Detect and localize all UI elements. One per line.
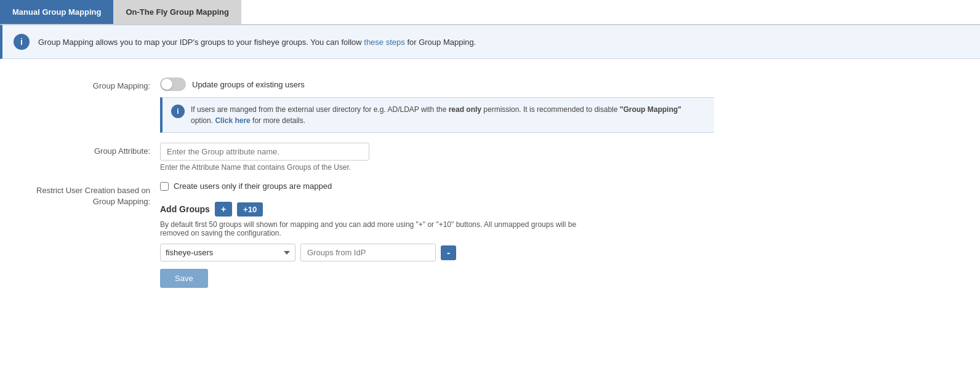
add-groups-title: Add Groups	[160, 204, 210, 214]
group-attribute-hint: Enter the Attribute Name that contains G…	[160, 163, 980, 172]
restrict-user-creation-content: Create users only if their groups are ma…	[160, 181, 980, 288]
info-icon: i	[14, 34, 30, 50]
group-attribute-content: Enter the Attribute Name that contains G…	[160, 143, 980, 172]
info-link[interactable]: these steps	[364, 38, 405, 47]
tab-otf[interactable]: On-The Fly Group Mapping	[113, 0, 241, 24]
sub-text-1: If users are manged from the external us…	[191, 105, 449, 114]
add-one-button[interactable]: +	[215, 202, 232, 217]
add-groups-section: Add Groups + +10 By default first 50 gro…	[160, 202, 980, 288]
info-text-before: Group Mapping allows you to map your IDP…	[38, 38, 364, 47]
info-text: Group Mapping allows you to map your IDP…	[38, 38, 476, 47]
info-banner: i Group Mapping allows you to map your I…	[0, 25, 980, 59]
group-attribute-label: Group Attribute:	[12, 143, 160, 156]
sub-text-4: for more details.	[251, 116, 305, 125]
restrict-checkbox[interactable]	[160, 182, 169, 191]
info-text-after: for Group Mapping.	[405, 38, 476, 47]
add-ten-button[interactable]: +10	[237, 202, 263, 217]
tabs-container: Manual Group Mapping On-The Fly Group Ma…	[0, 0, 980, 25]
sub-bold-1: read only	[449, 105, 481, 114]
form-area: Group Mapping: Update groups of existing…	[0, 71, 980, 288]
remove-group-button[interactable]: -	[441, 245, 456, 260]
sub-text-2: permission. It is recommended to disable	[481, 105, 620, 114]
group-mapping-row: Group Mapping: Update groups of existing…	[12, 78, 980, 133]
add-groups-hint: By default first 50 groups will shown fo…	[160, 220, 591, 237]
sub-info-icon: i	[171, 105, 185, 118]
save-button-container: Save	[160, 269, 980, 288]
group-mapping-toggle[interactable]	[160, 78, 186, 91]
sub-info-banner: i If users are manged from the external …	[160, 97, 714, 133]
toggle-knob	[161, 79, 172, 90]
group-mapping-content: Update groups of existing users i If use…	[160, 78, 980, 133]
group-mapping-entry-row: fisheye-users -	[160, 244, 980, 261]
toggle-label: Update groups of existing users	[192, 80, 305, 89]
fisheye-group-select[interactable]: fisheye-users	[160, 244, 295, 261]
sub-bold-2: "Group Mapping"	[620, 105, 681, 114]
group-mapping-label: Group Mapping:	[12, 78, 160, 90]
restrict-user-creation-row: Restrict User Creation based on Group Ma…	[12, 181, 980, 288]
tab-manual[interactable]: Manual Group Mapping	[0, 0, 113, 24]
toggle-row: Update groups of existing users	[160, 78, 980, 91]
sub-text-3: option.	[191, 116, 215, 125]
group-attribute-row: Group Attribute: Enter the Attribute Nam…	[12, 143, 980, 172]
restrict-user-creation-label: Restrict User Creation based on Group Ma…	[12, 181, 160, 207]
restrict-checkbox-row: Create users only if their groups are ma…	[160, 181, 980, 191]
sub-info-text: If users are manged from the external us…	[191, 104, 705, 126]
save-button[interactable]: Save	[160, 269, 208, 288]
idp-groups-input[interactable]	[300, 244, 436, 261]
group-attribute-input[interactable]	[160, 143, 369, 161]
sub-click-here-link[interactable]: Click here	[215, 116, 250, 125]
restrict-checkbox-label: Create users only if their groups are ma…	[174, 181, 332, 191]
add-groups-header: Add Groups + +10	[160, 202, 980, 217]
